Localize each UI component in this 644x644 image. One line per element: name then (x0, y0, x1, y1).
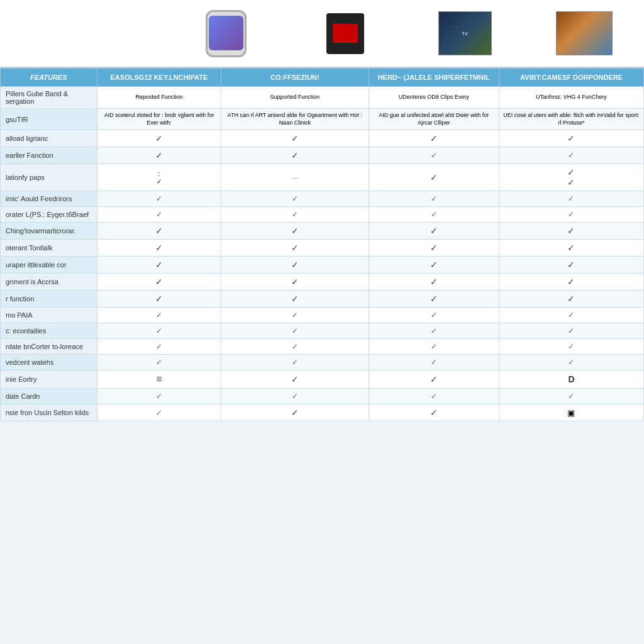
table-row: c: econtaities✓✓✓✓ (1, 323, 644, 339)
table-row: gnment is Accrsa✓✓✓✓ (1, 274, 644, 291)
value-cell-4: ✓ (499, 291, 643, 308)
value-cell-1: ✓ (97, 308, 221, 323)
table-row: Ching'tovarrnarticrorar.✓✓✓✓ (1, 223, 644, 240)
value-cell-1: ✓ (97, 223, 221, 240)
value-cell-4: ✓ (499, 207, 643, 223)
value-cell-1: ≡ (97, 370, 221, 389)
table-row: gsuTIRAID sceterul stoted for : bndr vgl… (1, 109, 644, 130)
value-cell-2: ✓ (221, 130, 369, 147)
value-cell-3: ✓ (369, 223, 499, 240)
feature-cell: r function (1, 291, 97, 308)
value-cell-1: ✓ (97, 339, 221, 355)
value-cell-2: ✓ (221, 207, 369, 223)
table-row: imic' Aould Feedrirors✓✓✓✓ (1, 191, 644, 207)
table-row: vedcent watehs✓✓✓✓ (1, 355, 644, 370)
value-cell-4: ▣ (499, 404, 643, 421)
feature-cell: gsuTIR (1, 109, 97, 130)
table-row: inie Eortry≡✓✓D (1, 370, 644, 389)
feature-cell: vedcent watehs (1, 355, 97, 370)
comparison-table: FEATURES EASoLSG12 Key.Lnchipate Co:fFSE… (0, 68, 644, 421)
feature-cell: rdate bnCorter to-loreace (1, 339, 97, 355)
value-cell-1: ✓ (97, 130, 221, 147)
value-cell-1: ✓ (97, 207, 221, 223)
product-image-2 (286, 5, 405, 62)
top-images-row: TV (0, 0, 644, 68)
feature-cell: date Cardn (1, 389, 97, 404)
value-cell-1: ✓ (97, 274, 221, 291)
value-cell-2: ✓ (221, 323, 369, 339)
value-cell-4: ✓ (499, 355, 643, 370)
value-cell-3: ✓ (369, 308, 499, 323)
value-cell-2: ✓ (221, 257, 369, 274)
value-cell-4: ✓ (499, 339, 643, 355)
value-cell-2: Supported Function (221, 87, 369, 109)
table-header-row: FEATURES EASoLSG12 Key.Lnchipate Co:fFSE… (1, 69, 644, 87)
value-cell-3: ✓ (369, 355, 499, 370)
table-row: Pillers Gube Band & sergationReposted Fu… (1, 87, 644, 109)
value-cell-4: ✓✓ (499, 164, 643, 191)
col-header-2: Co:fFSEZIUN! (221, 69, 369, 87)
feature-cell: orater L(PS.: Eyger.t6Braef (1, 207, 97, 223)
value-cell-4: ✓ (499, 323, 643, 339)
value-cell-2: ATH can rl ART anserd alde for Ogeartmen… (221, 109, 369, 130)
value-cell-4: ✓ (499, 308, 643, 323)
value-cell-1: ✓ (97, 147, 221, 164)
value-cell-2: ✓ (221, 308, 369, 323)
value-cell-2: ✓ (221, 240, 369, 257)
table-row: r function✓✓✓✓ (1, 291, 644, 308)
feature-cell: uraper ittlexable cor (1, 257, 97, 274)
value-cell-1: ✓ (97, 257, 221, 274)
value-cell-3: ✓ (369, 323, 499, 339)
value-cell-4: ✓ (499, 240, 643, 257)
value-cell-1: ✓ (97, 404, 221, 421)
col-header-3: Herd~ (JALELE Shiperfetmnil (369, 69, 499, 87)
value-cell-4: UEI cose al uters with able: ftich with … (499, 109, 643, 130)
value-cell-2: ✓ (221, 147, 369, 164)
value-cell-2: ✓ (221, 291, 369, 308)
value-cell-2: ✓ (221, 223, 369, 240)
value-cell-3: ✓ (369, 257, 499, 274)
value-cell-2: ✓ (221, 370, 369, 389)
value-cell-2: ✓ (221, 355, 369, 370)
table-row: lationfy paps:✓—✓✓✓ (1, 164, 644, 191)
table-row: date Cardn✓✓✓✓ (1, 389, 644, 404)
table-row: mo PAIA✓✓✓✓ (1, 308, 644, 323)
table-row: oterant Tontlalk✓✓✓✓ (1, 240, 644, 257)
feature-cell: nsie fron Uscin Selton kilds (1, 404, 97, 421)
value-cell-3: ✓ (369, 274, 499, 291)
table-row: earller Fanction✓✓✓✓ (1, 147, 644, 164)
col-header-4: AViBT:CAMESf dorpondere (499, 69, 643, 87)
value-cell-4: ✓ (499, 274, 643, 291)
feature-cell: mo PAIA (1, 308, 97, 323)
value-cell-3: UDenteres OD8 Clips Every (369, 87, 499, 109)
product-image-3: TV (405, 5, 525, 62)
value-cell-4: ✓ (499, 130, 643, 147)
value-cell-3: ✓ (369, 207, 499, 223)
value-cell-1: Reposted Function (97, 87, 221, 109)
table-row: orater L(PS.: Eyger.t6Braef✓✓✓✓ (1, 207, 644, 223)
value-cell-3: AID gue al unifected atoel ahit Dwer wit… (369, 109, 499, 130)
value-cell-3: ✓ (369, 339, 499, 355)
value-cell-2: ✓ (221, 274, 369, 291)
value-cell-4: UTanhroz: VHG 4 FunChery (499, 87, 643, 109)
value-cell-4: ✓ (499, 223, 643, 240)
value-cell-2: ✓ (221, 389, 369, 404)
feature-cell: earller Fanction (1, 147, 97, 164)
table-row: nsie fron Uscin Selton kilds✓✓✓▣ (1, 404, 644, 421)
value-cell-1: ✓ (97, 240, 221, 257)
value-cell-3: ✓ (369, 389, 499, 404)
value-cell-4: ✓ (499, 191, 643, 207)
feature-cell: inie Eortry (1, 370, 97, 389)
value-cell-4: D (499, 370, 643, 389)
table-row: rdate bnCorter to-loreace✓✓✓✓ (1, 339, 644, 355)
value-cell-3: ✓ (369, 130, 499, 147)
feature-cell: alload ligrianc (1, 130, 97, 147)
feature-cell: Ching'tovarrnarticrorar. (1, 223, 97, 240)
value-cell-1: ✓ (97, 191, 221, 207)
features-header: FEATURES (1, 69, 97, 87)
value-cell-3: ✓ (369, 164, 499, 191)
feature-cell: Pillers Gube Band & sergation (1, 87, 97, 109)
value-cell-1: :✓ (97, 164, 221, 191)
value-cell-3: ✓ (369, 370, 499, 389)
value-cell-1: ✓ (97, 291, 221, 308)
